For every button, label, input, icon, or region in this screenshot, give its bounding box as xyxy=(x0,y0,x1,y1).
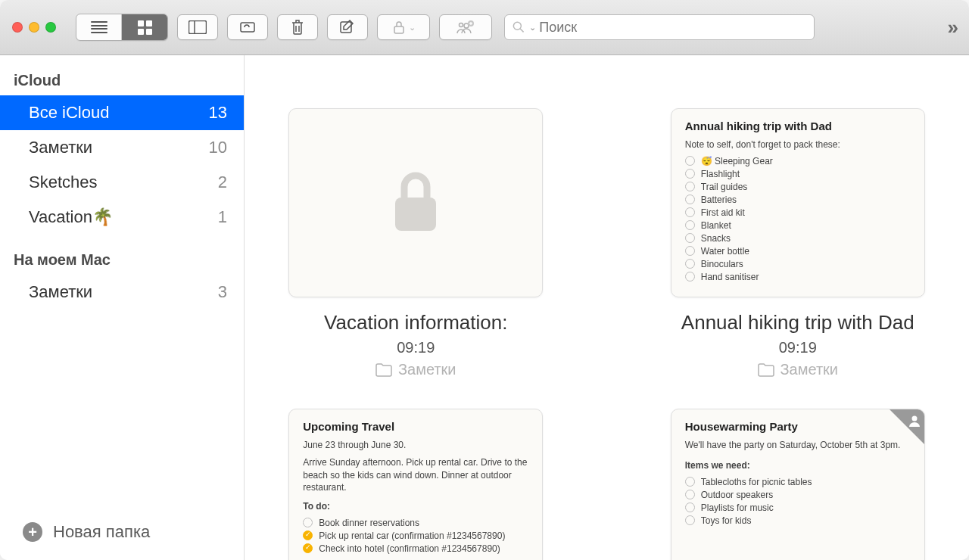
new-folder-button[interactable]: + Новая папка xyxy=(0,509,244,560)
checkbox-icon xyxy=(303,518,313,527)
checkbox-icon xyxy=(303,543,313,553)
folder-icon xyxy=(375,363,392,377)
toolbar: ⌄ ⌄ » xyxy=(0,0,969,55)
note-cell[interactable]: Vacation information: 09:19 Заметки xyxy=(270,108,562,378)
sidebar: iCloud Все iCloud 13 Заметки 10 Sketches… xyxy=(0,55,245,560)
folder-notes[interactable]: Заметки 10 xyxy=(0,130,244,165)
grid-view-button[interactable] xyxy=(122,14,167,40)
svg-point-11 xyxy=(911,416,917,422)
svg-rect-4 xyxy=(394,26,403,33)
chevron-down-icon: ⌄ xyxy=(529,23,536,33)
checklist-item: Book dinner reservations xyxy=(303,518,528,528)
checklist-item: Outdoor speakers xyxy=(685,490,911,500)
checklist-item: Playlists for music xyxy=(685,502,911,513)
add-people-icon xyxy=(456,20,475,35)
folder-count: 3 xyxy=(218,282,227,302)
folder-count: 13 xyxy=(209,103,227,123)
preview-line: Arrive Sunday afternoon. Pick up rental … xyxy=(303,456,528,494)
close-window[interactable] xyxy=(12,22,23,33)
shared-badge xyxy=(890,409,924,444)
checkbox-icon xyxy=(685,156,695,166)
svg-point-6 xyxy=(464,23,469,28)
checklist-item: Check into hotel (confirmation #12345678… xyxy=(303,543,528,554)
note-preview: Upcoming Travel June 23 through June 30.… xyxy=(288,409,543,560)
folder-label: Заметки xyxy=(29,282,92,302)
checklist-item: Water bottle xyxy=(685,246,911,257)
preview-line: We'll have the party on Saturday, Octobe… xyxy=(685,439,911,452)
checkbox-icon xyxy=(685,169,695,179)
note-folder: Заметки xyxy=(758,361,839,378)
svg-rect-10 xyxy=(395,198,436,231)
new-note-button[interactable] xyxy=(327,14,368,40)
folder-count: 1 xyxy=(218,207,227,227)
attach-button[interactable] xyxy=(227,14,268,40)
notes-grid: Vacation information: 09:19 Заметки Annu… xyxy=(245,55,969,560)
svg-point-5 xyxy=(460,23,463,27)
lock-menu-button[interactable]: ⌄ xyxy=(377,14,430,40)
preview-title: Annual hiking trip with Dad xyxy=(685,120,911,132)
svg-point-8 xyxy=(513,22,521,30)
folder-count: 10 xyxy=(209,138,227,157)
note-time: 09:19 xyxy=(779,339,817,356)
search-input[interactable] xyxy=(539,20,806,36)
overflow-button[interactable]: » xyxy=(948,16,957,39)
list-icon xyxy=(91,21,107,33)
preview-todo-label: To do: xyxy=(303,500,528,513)
folder-icon xyxy=(758,363,774,377)
share-menu-button[interactable] xyxy=(439,14,492,40)
svg-line-9 xyxy=(520,29,524,33)
svg-rect-0 xyxy=(189,21,207,34)
folder-label: Vacation🌴 xyxy=(29,207,113,227)
plus-icon: + xyxy=(23,522,42,542)
folder-local-notes[interactable]: Заметки 3 xyxy=(0,275,244,310)
checkbox-icon xyxy=(685,207,695,217)
note-cell[interactable]: Housewarming Party We'll have the party … xyxy=(653,409,944,560)
checkbox-icon xyxy=(685,515,695,525)
search-icon xyxy=(513,20,525,34)
checkbox-icon xyxy=(685,272,695,282)
folder-all-icloud[interactable]: Все iCloud 13 xyxy=(0,95,244,130)
checklist-item: Snacks xyxy=(685,233,911,244)
new-folder-label: Новая папка xyxy=(53,522,150,542)
checklist-item: Batteries xyxy=(685,194,911,205)
checkbox-icon xyxy=(685,194,695,204)
checkbox-icon xyxy=(685,246,695,256)
note-cell[interactable]: Annual hiking trip with Dad Note to self… xyxy=(653,108,944,378)
folder-label: Sketches xyxy=(29,173,98,192)
note-preview: Housewarming Party We'll have the party … xyxy=(671,409,925,560)
lock-icon xyxy=(392,20,406,35)
checklist-item: Binoculars xyxy=(685,259,911,269)
svg-rect-2 xyxy=(241,23,254,32)
fullscreen-window[interactable] xyxy=(45,22,56,33)
checklist-item: Trail guides xyxy=(685,182,911,192)
note-cell[interactable]: Upcoming Travel June 23 through June 30.… xyxy=(270,409,562,560)
note-title: Annual hiking trip with Dad xyxy=(681,311,914,334)
delete-button[interactable] xyxy=(277,14,318,40)
preview-title: Upcoming Travel xyxy=(303,420,528,433)
lock-icon xyxy=(389,169,442,237)
folder-vacation[interactable]: Vacation🌴 1 xyxy=(0,200,244,235)
checkbox-icon xyxy=(685,477,695,487)
checkbox-icon xyxy=(303,530,313,540)
window-controls xyxy=(12,22,56,33)
checkbox-icon xyxy=(685,182,695,191)
note-title: Vacation information: xyxy=(324,311,507,334)
checkbox-icon xyxy=(685,502,695,512)
attachment-icon xyxy=(238,20,257,34)
folder-sketches[interactable]: Sketches 2 xyxy=(0,165,244,200)
preview-subtitle: Note to self, don't forget to pack these… xyxy=(685,138,911,151)
checklist-item: Pick up rental car (confirmation #123456… xyxy=(303,530,528,541)
minimize-window[interactable] xyxy=(29,22,39,33)
folder-label: Все iCloud xyxy=(29,103,109,123)
list-view-button[interactable] xyxy=(76,14,122,40)
preview-title: Housewarming Party xyxy=(685,420,911,433)
folder-label: Заметки xyxy=(29,138,92,157)
note-preview: Annual hiking trip with Dad Note to self… xyxy=(671,108,925,297)
preview-todo-label: Items we need: xyxy=(685,459,911,472)
toggle-sidebar-button[interactable] xyxy=(177,14,218,40)
search-field[interactable]: ⌄ xyxy=(504,14,815,40)
checklist-item: Blanket xyxy=(685,220,911,231)
checklist-item: Flashlight xyxy=(685,169,911,179)
grid-icon xyxy=(138,20,152,35)
folder-count: 2 xyxy=(218,173,227,192)
